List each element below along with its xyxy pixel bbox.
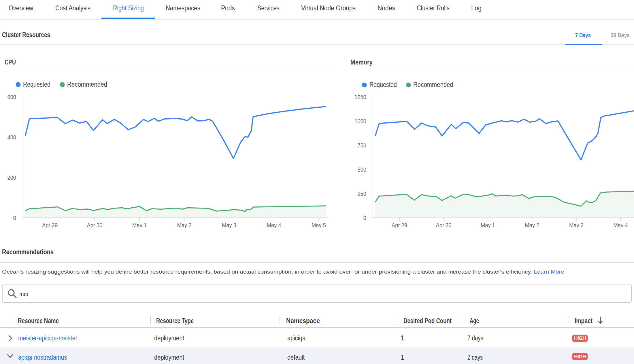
svg-text:0: 0: [13, 215, 16, 221]
svg-text:May 3: May 3: [222, 222, 236, 228]
svg-text:750: 750: [357, 142, 366, 149]
svg-text:Apr 30: Apr 30: [436, 222, 452, 228]
svg-text:1250: 1250: [354, 94, 366, 100]
svg-text:Apr 29: Apr 29: [42, 222, 58, 228]
svg-text:600: 600: [7, 94, 16, 100]
svg-text:May 5: May 5: [312, 222, 326, 228]
svg-text:May 4: May 4: [267, 222, 281, 228]
svg-text:Apr 29: Apr 29: [392, 222, 407, 228]
svg-text:May 2: May 2: [177, 222, 192, 228]
svg-text:400: 400: [7, 134, 16, 141]
svg-text:200: 200: [7, 175, 16, 181]
svg-text:May 2: May 2: [525, 222, 539, 228]
svg-text:May 3: May 3: [569, 222, 584, 228]
svg-text:Apr 30: Apr 30: [87, 222, 103, 228]
svg-text:250: 250: [357, 191, 366, 197]
svg-text:1000: 1000: [354, 118, 366, 124]
svg-text:May 1: May 1: [481, 222, 495, 228]
svg-text:500: 500: [357, 166, 366, 173]
svg-text:0: 0: [363, 215, 366, 221]
svg-text:May 4: May 4: [614, 222, 628, 228]
svg-text:May 1: May 1: [132, 222, 147, 228]
